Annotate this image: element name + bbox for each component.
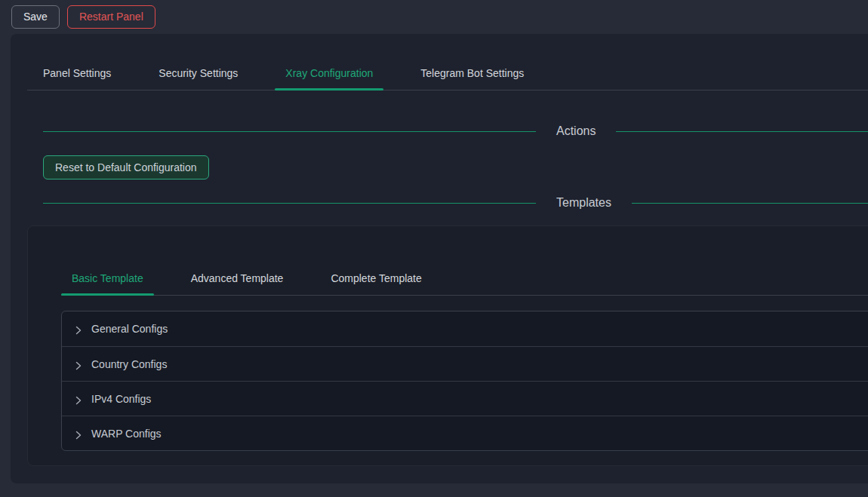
tab-advanced-template[interactable]: Advanced Template: [180, 262, 294, 295]
collapse-panel-label: Country Configs: [91, 358, 167, 370]
tab-basic-template[interactable]: Basic Template: [61, 262, 154, 295]
tab-security-settings[interactable]: Security Settings: [148, 57, 248, 90]
collapse-panel-country-configs[interactable]: Country Configs: [62, 346, 868, 381]
collapse-panel-label: WARP Configs: [91, 428, 162, 440]
config-collapse-group: General Configs Country Configs IPv4 Con…: [61, 311, 868, 451]
divider-line: [43, 203, 536, 204]
templates-divider-title: Templates: [536, 196, 632, 210]
actions-divider: Actions: [43, 122, 868, 140]
reset-default-configuration-button[interactable]: Reset to Default Configuration: [43, 155, 209, 179]
template-tabs: Basic Template Advanced Template Complet…: [61, 262, 868, 296]
divider-line: [632, 203, 868, 204]
settings-tabs: Panel Settings Security Settings Xray Co…: [27, 57, 868, 91]
tab-telegram-bot-settings[interactable]: Telegram Bot Settings: [410, 57, 534, 90]
actions-divider-title: Actions: [536, 124, 616, 138]
settings-card: Panel Settings Security Settings Xray Co…: [11, 34, 868, 483]
tab-complete-template[interactable]: Complete Template: [320, 262, 432, 295]
restart-panel-button[interactable]: Restart Panel: [67, 5, 155, 29]
divider-line: [43, 131, 536, 132]
tab-panel-settings[interactable]: Panel Settings: [32, 57, 122, 90]
collapse-panel-general-configs[interactable]: General Configs: [62, 311, 868, 346]
templates-divider: Templates: [43, 194, 868, 212]
collapse-panel-warp-configs[interactable]: WARP Configs: [62, 416, 868, 450]
save-button[interactable]: Save: [11, 5, 60, 29]
chevron-right-icon: [74, 394, 83, 403]
collapse-panel-label: General Configs: [91, 323, 168, 335]
collapse-panel-ipv4-configs[interactable]: IPv4 Configs: [62, 381, 868, 416]
collapse-panel-label: IPv4 Configs: [91, 393, 151, 405]
topbar: Save Restart Panel: [0, 0, 868, 34]
chevron-right-icon: [74, 360, 83, 369]
templates-card: Basic Template Advanced Template Complet…: [27, 225, 868, 466]
divider-line: [616, 131, 868, 132]
chevron-right-icon: [74, 429, 83, 438]
chevron-right-icon: [74, 324, 83, 333]
tab-xray-configuration[interactable]: Xray Configuration: [275, 57, 383, 90]
